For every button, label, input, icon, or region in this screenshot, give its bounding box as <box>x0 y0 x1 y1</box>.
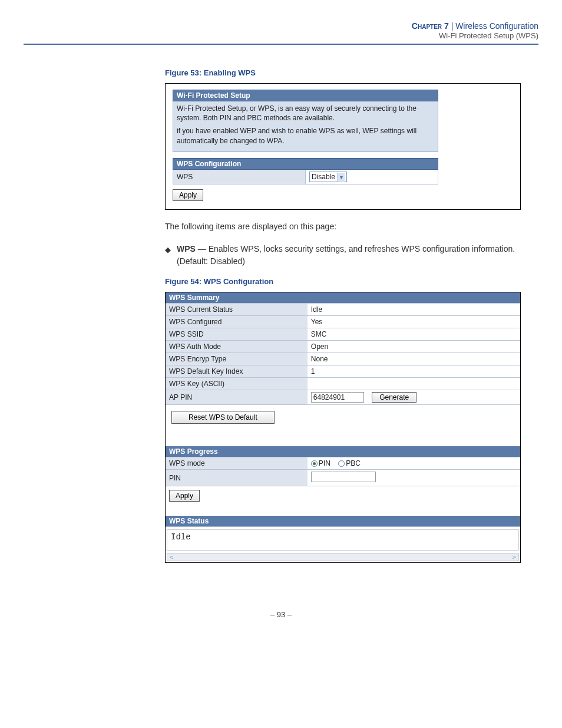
apply-progress-button[interactable]: Apply <box>169 490 200 502</box>
table-row: AP PIN 64824901 Generate <box>166 390 520 405</box>
apply-button[interactable]: Apply <box>173 189 203 201</box>
table-row: WPS Default Key Index1 <box>166 365 520 378</box>
wps-progress-title: WPS Progress <box>166 446 520 457</box>
header-chapter: Chapter 7 <box>412 21 449 31</box>
wps-desc-2: if you have enabled WEP and wish to enab… <box>177 126 434 145</box>
wps-status-title: WPS Status <box>166 516 520 527</box>
bullet-text: — Enables WPS, locks security settings, … <box>177 244 515 266</box>
wps-select[interactable]: Disable▾ <box>309 172 347 182</box>
wps-summary-table: WPS Summary WPS Current StatusIdle WPS C… <box>166 292 520 562</box>
wps-setup-title: Wi-Fi Protected Setup <box>173 90 438 101</box>
reset-wps-button[interactable]: Reset WPS to Default <box>171 411 275 424</box>
header-sep: | <box>451 21 454 31</box>
table-row: WPS ConfiguredYes <box>166 316 520 328</box>
table-row: WPS Current StatusIdle <box>166 304 520 316</box>
table-row: WPS SSIDSMC <box>166 328 520 341</box>
table-row: WPS Disable▾ <box>173 169 438 184</box>
table-row: WPS Key (ASCII) <box>166 378 520 390</box>
radio-pbc[interactable] <box>338 460 345 467</box>
generate-button[interactable]: Generate <box>372 392 416 403</box>
bullet-strong: WPS <box>177 244 196 253</box>
table-row: WPS Auth ModeOpen <box>166 341 520 353</box>
wps-label: WPS <box>173 169 306 184</box>
intro-text: The following items are displayed on thi… <box>165 220 521 232</box>
scroll-right-icon[interactable]: > <box>510 554 518 561</box>
wps-desc-1: Wi-Fi Protected Setup, or WPS, is an eas… <box>177 104 434 123</box>
chevron-down-icon: ▾ <box>338 173 345 182</box>
table-row: WPS mode PIN PBC <box>166 457 520 470</box>
scroll-left-icon[interactable]: < <box>167 554 176 561</box>
radio-pin[interactable] <box>311 460 318 467</box>
wps-setup-desc: Wi-Fi Protected Setup, or WPS, is an eas… <box>173 101 438 152</box>
radio-pin-label: PIN <box>319 459 330 467</box>
page-header: Chapter 7 | Wireless Configuration Wi-Fi… <box>24 21 538 45</box>
figure53-caption: Figure 53: Enabling WPS <box>165 68 521 77</box>
pin-input[interactable] <box>311 472 376 482</box>
scrollbar[interactable]: < > <box>167 553 519 561</box>
figure54-caption: Figure 54: WPS Configuration <box>165 277 521 286</box>
wps-status-value: Idle <box>167 529 519 551</box>
page-number: – 93 – <box>24 610 538 619</box>
wps-mode-label: WPS mode <box>166 457 308 470</box>
pin-label: PIN <box>166 470 308 486</box>
table-row: PIN <box>166 470 520 486</box>
header-title: Wireless Configuration <box>455 21 538 31</box>
diamond-icon: ◆ <box>165 244 171 268</box>
figure54-box: WPS Summary WPS Current StatusIdle WPS C… <box>165 292 521 563</box>
radio-pbc-label: PBC <box>346 459 361 467</box>
figure53-box: Wi-Fi Protected Setup Wi-Fi Protected Se… <box>165 83 521 210</box>
bullet-wps: ◆ WPS — Enables WPS, locks security sett… <box>165 243 521 268</box>
wps-config-title: WPS Configuration <box>173 158 438 169</box>
header-subtitle: Wi-Fi Protected Setup (WPS) <box>24 31 538 40</box>
ap-pin-input[interactable]: 64824901 <box>311 392 364 403</box>
table-row: WPS Encryp TypeNone <box>166 353 520 365</box>
wps-config-table: WPS Configuration WPS Disable▾ <box>173 158 438 185</box>
wps-summary-title: WPS Summary <box>166 292 520 304</box>
ap-pin-label: AP PIN <box>166 390 308 405</box>
